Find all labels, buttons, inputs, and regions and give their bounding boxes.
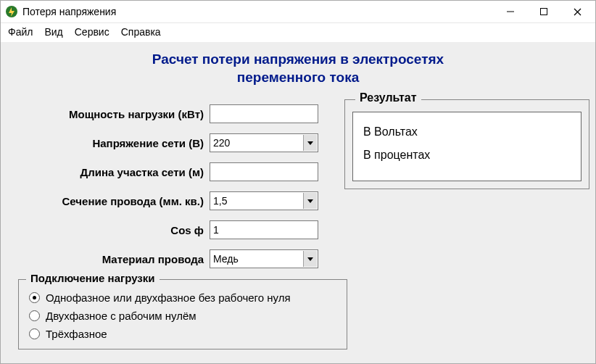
window-title: Потеря напряжения — [22, 6, 494, 17]
radio-option-1[interactable]: Однофазное или двухфазное без рабочего н… — [28, 289, 338, 307]
minimize-button[interactable] — [494, 1, 527, 22]
result-fieldset: Результат В Вольтах В процентах — [344, 99, 589, 189]
section-combo[interactable]: 1,5 — [210, 191, 318, 210]
maximize-icon — [540, 8, 547, 15]
menu-service[interactable]: Сервис — [75, 26, 109, 38]
svg-marker-6 — [307, 199, 313, 203]
chevron-down-icon — [307, 199, 313, 203]
svg-marker-5 — [307, 141, 313, 145]
voltage-value: 220 — [213, 137, 230, 149]
section-label: Сечение провода (мм. кв.) — [8, 195, 210, 207]
svg-rect-2 — [541, 9, 547, 15]
connection-fieldset: Подключение нагрузки Однофазное или двух… — [18, 279, 347, 349]
result-legend: Результат — [355, 91, 421, 104]
row-material: Материал провода Медь — [8, 244, 327, 273]
window-buttons — [494, 1, 594, 22]
svg-marker-7 — [307, 257, 313, 261]
maximize-button[interactable] — [527, 1, 560, 22]
cos-value: 1 — [213, 224, 219, 236]
heading-line2: переменного тока — [1, 69, 595, 87]
voltage-dropdown-button[interactable] — [303, 135, 317, 151]
power-label: Мощность нагрузки (кВт) — [8, 108, 210, 120]
section-dropdown-button[interactable] — [303, 193, 317, 209]
menu-file[interactable]: Файл — [8, 26, 33, 38]
input-column: Мощность нагрузки (кВт) Напряжение сети … — [8, 99, 327, 349]
material-label: Материал провода — [8, 253, 210, 265]
app-window: Потеря напряжения Файл Вид Сервис Справк… — [0, 0, 596, 364]
radio-option-2[interactable]: Двухфазное с рабочим нулём — [28, 307, 338, 325]
voltage-label: Напряжение сети (В) — [8, 137, 210, 149]
menubar: Файл Вид Сервис Справка — [1, 23, 595, 42]
row-length: Длина участка сети (м) — [8, 157, 327, 186]
section-value: 1,5 — [213, 195, 227, 207]
cos-input[interactable]: 1 — [210, 220, 318, 239]
cos-label: Cos ф — [8, 224, 210, 236]
menu-view[interactable]: Вид — [44, 26, 62, 38]
client-area: Расчет потери напряжения в электросетях … — [1, 42, 595, 363]
result-panel: В Вольтах В процентах — [352, 112, 581, 181]
power-input[interactable] — [210, 104, 318, 123]
material-combo[interactable]: Медь — [210, 249, 318, 268]
minimize-icon — [507, 8, 514, 15]
length-label: Длина участка сети (м) — [8, 166, 210, 178]
material-dropdown-button[interactable] — [303, 251, 317, 267]
radio-icon — [29, 328, 40, 339]
menu-help[interactable]: Справка — [121, 26, 161, 38]
length-input[interactable] — [210, 162, 318, 181]
chevron-down-icon — [307, 257, 313, 261]
app-icon — [5, 5, 18, 18]
radio-option-3[interactable]: Трёхфазное — [28, 325, 338, 343]
close-button[interactable] — [560, 1, 594, 22]
form-area: Мощность нагрузки (кВт) Напряжение сети … — [1, 99, 595, 349]
radio-icon — [29, 310, 40, 321]
row-section: Сечение провода (мм. кв.) 1,5 — [8, 186, 327, 215]
row-power: Мощность нагрузки (кВт) — [8, 99, 327, 128]
close-icon — [574, 8, 581, 16]
radio-label-1: Однофазное или двухфазное без рабочего н… — [46, 291, 291, 304]
chevron-down-icon — [307, 141, 313, 145]
row-cos: Cos ф 1 — [8, 215, 327, 244]
heading-line1: Расчет потери напряжения в электросетях — [1, 51, 595, 69]
connection-legend: Подключение нагрузки — [26, 272, 160, 284]
radio-label-2: Двухфазное с рабочим нулём — [46, 310, 196, 322]
titlebar: Потеря напряжения — [1, 1, 595, 23]
page-heading: Расчет потери напряжения в электросетях … — [1, 51, 595, 86]
radio-label-3: Трёхфазное — [46, 328, 107, 340]
material-value: Медь — [213, 253, 239, 265]
voltage-combo[interactable]: 220 — [210, 133, 318, 152]
result-percent-label: В процентах — [363, 149, 571, 162]
result-volts-label: В Вольтах — [363, 125, 571, 138]
radio-icon — [29, 292, 40, 303]
row-voltage: Напряжение сети (В) 220 — [8, 128, 327, 157]
